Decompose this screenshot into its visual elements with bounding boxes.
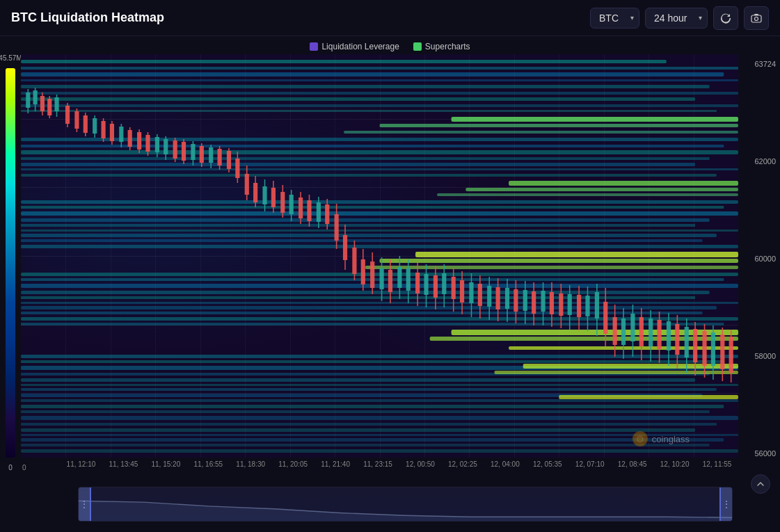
time-label: 12, 00:50 <box>399 460 442 468</box>
chevron-up-icon <box>756 480 765 488</box>
svg-rect-26 <box>21 206 724 209</box>
svg-rect-192 <box>559 293 563 316</box>
coinglass-logo-icon: ⬡ <box>632 431 648 446</box>
svg-rect-220 <box>685 327 689 357</box>
svg-rect-17 <box>21 150 738 154</box>
svg-rect-218 <box>675 324 679 355</box>
time-label: 12, 04:00 <box>484 460 526 468</box>
time-label: 12, 08:45 <box>611 460 653 468</box>
svg-rect-150 <box>370 261 374 288</box>
svg-rect-206 <box>621 319 626 345</box>
svg-rect-78 <box>47 99 51 115</box>
scroll-up-button[interactable] <box>751 474 770 494</box>
svg-rect-29 <box>21 224 695 227</box>
svg-rect-180 <box>505 288 509 309</box>
svg-rect-92 <box>110 124 114 141</box>
svg-rect-118 <box>227 151 231 169</box>
svg-rect-4 <box>21 67 738 70</box>
price-label: 62000 <box>742 157 776 166</box>
btc-selector[interactable]: BTC ETH SOL BNB XRP <box>590 8 639 29</box>
time-selector[interactable]: 4 hour 12 hour 24 hour 3 day 7 day <box>645 8 708 29</box>
svg-rect-86 <box>83 115 88 133</box>
svg-rect-30 <box>21 229 738 232</box>
chart-area[interactable]: ⬡ coinglass 0 11, 12:1011, 13:4511, 15:2… <box>21 54 738 485</box>
legend: Liquidation Leverage Supercharts <box>0 36 780 54</box>
time-label: 11, 23:15 <box>357 460 399 468</box>
svg-rect-63 <box>21 428 695 432</box>
minimap-left-handle[interactable]: ⋮ <box>79 487 91 521</box>
minimap-content <box>79 487 732 521</box>
price-label: 63724 <box>742 60 776 68</box>
svg-rect-80 <box>54 97 58 111</box>
chart-container: 45.57M 0 <box>0 54 780 485</box>
legend-liquidation-label: Liquidation Leverage <box>321 42 399 51</box>
svg-rect-48 <box>430 337 738 341</box>
time-label: 11, 18:30 <box>230 460 272 468</box>
svg-rect-168 <box>452 277 456 299</box>
minimap[interactable]: ⋮ ⋮ <box>78 487 733 522</box>
price-axis: 6372462000600005800056000 <box>738 54 780 485</box>
svg-rect-74 <box>33 90 38 104</box>
svg-rect-122 <box>245 174 249 195</box>
svg-rect-212 <box>648 319 653 346</box>
svg-rect-100 <box>145 135 150 152</box>
svg-rect-160 <box>415 273 420 293</box>
svg-rect-58 <box>21 399 738 402</box>
svg-rect-40 <box>21 291 710 294</box>
left-handle-icon: ⋮ <box>80 499 88 509</box>
svg-rect-18 <box>21 157 710 160</box>
page-title: BTC Liquidation Heatmap <box>11 10 164 25</box>
svg-rect-5 <box>21 72 724 76</box>
svg-rect-106 <box>173 140 177 159</box>
time-axis: 11, 12:1011, 13:4511, 15:2011, 16:5511, … <box>60 458 738 471</box>
heatmap-svg <box>21 54 738 458</box>
svg-rect-59 <box>21 405 724 408</box>
svg-rect-148 <box>361 259 365 284</box>
coinglass-text: coinglass <box>652 434 690 444</box>
svg-rect-152 <box>380 268 384 289</box>
time-label: 11, 20:05 <box>272 460 315 468</box>
svg-rect-110 <box>191 144 195 160</box>
svg-rect-22 <box>509 181 738 186</box>
legend-supercharts-label: Supercharts <box>425 42 470 51</box>
svg-rect-2 <box>754 14 758 15</box>
svg-rect-16 <box>21 145 724 147</box>
svg-rect-182 <box>514 289 518 312</box>
svg-rect-55 <box>21 384 738 386</box>
svg-rect-51 <box>21 360 724 363</box>
heatmap-canvas: ⬡ coinglass <box>21 54 738 458</box>
svg-rect-69 <box>494 371 738 374</box>
svg-rect-216 <box>667 321 671 350</box>
svg-rect-98 <box>137 132 141 150</box>
svg-rect-25 <box>21 200 738 204</box>
time-label: 12, 05:35 <box>526 460 568 468</box>
svg-rect-33 <box>21 245 738 248</box>
refresh-button[interactable] <box>713 6 738 30</box>
minimap-right-handle[interactable]: ⋮ <box>719 487 732 521</box>
svg-rect-11 <box>21 110 717 112</box>
svg-rect-66 <box>21 444 710 446</box>
liquidation-dot <box>310 42 318 51</box>
svg-rect-54 <box>21 378 695 382</box>
svg-rect-60 <box>21 410 710 413</box>
svg-rect-3 <box>21 60 667 63</box>
svg-rect-8 <box>21 92 738 95</box>
price-label: 58000 <box>742 352 776 360</box>
y-zero-label: 0 <box>22 464 26 471</box>
svg-rect-64 <box>21 434 738 436</box>
svg-rect-23 <box>465 188 738 191</box>
colorbar-gradient <box>6 68 15 458</box>
svg-rect-166 <box>442 273 446 294</box>
svg-rect-20 <box>21 168 738 170</box>
svg-rect-82 <box>65 106 70 124</box>
time-label: 12, 11:55 <box>696 460 738 468</box>
svg-rect-108 <box>182 142 186 161</box>
price-label: 56000 <box>742 449 776 458</box>
svg-rect-24 <box>437 193 738 196</box>
svg-rect-158 <box>406 268 411 291</box>
svg-rect-138 <box>317 202 321 222</box>
legend-liquidation: Liquidation Leverage <box>310 42 399 51</box>
camera-button[interactable] <box>744 6 769 30</box>
svg-rect-67 <box>21 449 738 453</box>
svg-rect-222 <box>693 329 697 362</box>
